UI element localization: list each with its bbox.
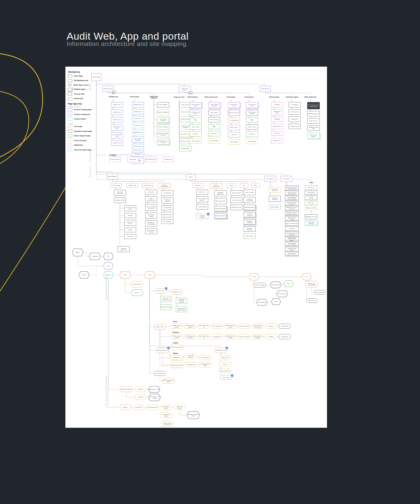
node-label: Share price [146,192,157,193]
node-cs3a: Healthy kids [289,116,301,122]
node-exp2: Switch to medibank [157,109,169,115]
node-appset: App settings [307,298,317,303]
node-label: Reconciliation [162,221,173,222]
node-label: Annual statement & benefit [163,379,174,382]
node-j4: Life [240,183,248,188]
node-storesmap: Stores (map) [256,299,268,306]
node-g1c2: Cover by type [128,95,141,99]
node-navbetter: Better health [260,86,271,92]
node-label: Gap Cover Information [286,223,298,224]
node-label: Additional Practice Locations [286,207,298,210]
node-mg3: Paper preferences [219,369,231,373]
node-pt2: Why pet insurance [228,110,240,116]
node-label: Privatisation [125,236,136,237]
node-label: Fees & Charges [209,119,220,121]
node-label: Using your cover [172,96,186,98]
node-prevph: Previous phone number used? [161,421,174,427]
node-forgot: Forgot login details [120,387,132,392]
node-label: Add service item details [226,325,236,327]
node-label: Find [249,276,259,278]
node-g3c2: Community support [285,95,299,100]
node-iv6: Annual General Meeting [145,228,157,234]
node-tv4: Make a claim [190,124,202,130]
node-cpass: Create password [146,405,158,410]
node-fb2: Information & advice [271,109,283,115]
node-label: Make a claim [155,326,165,328]
note-badge: 1 [207,213,209,215]
node-label: Manage your shareholding [146,222,157,225]
node-tc1: Travel currency card home [208,102,220,108]
node-lb: Corporate responsibility [244,197,256,203]
node-j3: People [227,183,236,188]
node-label: Summary [266,336,277,337]
node-label: Careers [187,177,195,178]
node-lf3: FAQs [246,118,258,122]
node-label: Claim payments [185,364,196,365]
node-label: PDF cover summary (extras) [161,297,171,300]
node-phone: Enter phone number [160,405,172,410]
node-excov: Extras cover2 [155,288,166,294]
node-label: Before you get started 1 [172,335,182,338]
node-pdfex: PDF cover summary (extras) [160,296,172,302]
node-label: Contact us [190,133,201,135]
node-label: Reward & recognition [244,228,255,230]
node-label: Contact us [209,133,220,134]
node-payments: Manage payments4 [157,348,169,353]
node-label: Enter code (phone) [175,406,185,409]
note-badge: 2 [165,287,167,290]
node-lg: Office locations [244,234,256,239]
node-kb: Ahm opportunities [214,198,227,204]
node-iv4: Shareholder calendar [145,213,157,219]
node-label: Register [121,407,130,408]
node-tv1: Travel insurance home [190,102,202,108]
node-fb5: Get active [271,131,283,136]
node-label: Corporate cover [112,142,123,144]
node-label: Get active [272,133,283,134]
multiple-pages-icon [190,91,192,94]
node-pr6: Members' Choice Ancillary Schedules [285,211,299,216]
node-label: Our approach [289,104,300,106]
node-label: Employee navigation [197,215,208,218]
node-e7: How should we pay you? (1) [252,324,263,329]
node-iv1: Share price [145,190,157,195]
node-ph3: Who is the claim for [198,334,209,339]
node-label: Travel, Pet Insurance [179,88,190,90]
node-label: Getting involved [289,126,300,127]
node-label: Employee stories [231,207,242,208]
node-label: How should we pay you? (1) [253,325,263,327]
node-cdet: Contact details [314,290,325,294]
node-label: Graduate programs [215,208,226,210]
node-pdfmg: PDF members guide (hospital) [176,306,187,312]
node-label: Contact us [305,187,317,189]
node-fc5: Privatisation [124,234,136,239]
node-tv5: Contact us [190,131,202,137]
node-pkg2: Couples cover [111,110,123,115]
node-label: Workplace giving [162,214,173,216]
node-label: Employee benefits [244,207,255,208]
section-label-footer: Footer [88,165,92,177]
node-iv3: Results, briefings and reports [145,204,157,211]
node-pr11: Information for Simplified Billing Agent… [285,237,299,241]
node-ot4: Find a store [305,201,317,205]
node-label: Members' Choice Ancillary Schedules [286,212,298,215]
node-iv5: Manage your shareholding [145,220,157,226]
node-label: Sitemap [305,197,317,199]
section-label-un-authenticated: Un-authenticated [104,376,108,408]
node-pt4: Make a claim [228,125,240,130]
node-label: Manage direct debit [171,364,182,366]
node-label: Extras cover [156,290,166,292]
node-label: Request call back [305,207,317,209]
node-label: Optical health insurance [133,138,144,141]
node-label: Pet Insurance [224,96,238,98]
node-mkclaim: Make a claim [154,324,166,330]
node-label: Contact us [229,134,240,136]
node-label: Career pathways [197,206,208,208]
node-label: Better health [260,88,270,90]
node-label: Hospital Claims Finance [286,248,298,250]
node-choose: Choose policy [131,281,143,288]
node-label: Who is the claim for [199,325,209,327]
node-otherlbl: Other [305,181,317,184]
node-label: Pay your Pet premiums [269,188,280,191]
node-g3c3: Better health news [304,95,317,100]
node-bn2: Medibank podcasts [307,111,320,116]
